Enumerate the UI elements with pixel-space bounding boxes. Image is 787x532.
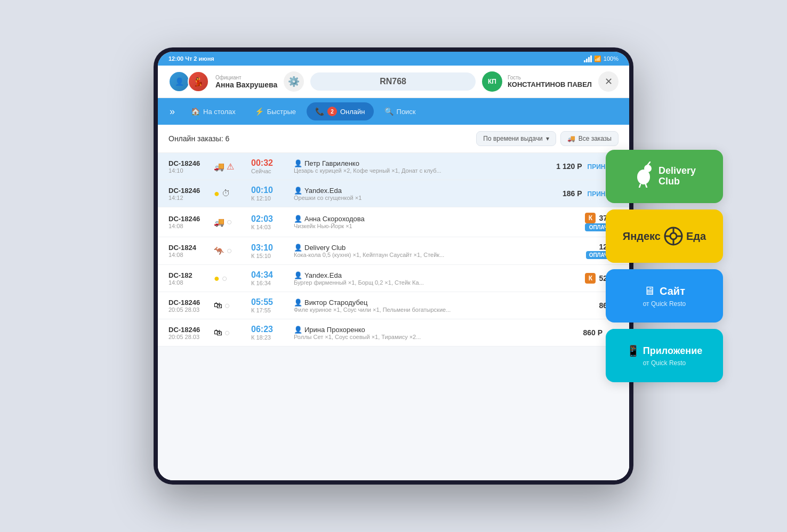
countdown: 05:55 xyxy=(251,297,288,307)
bag-icon: 🛍 xyxy=(214,301,222,310)
online-badge: 2 xyxy=(327,107,337,116)
k-badge: К xyxy=(585,213,596,223)
battery-label: 100% xyxy=(604,55,619,62)
table-row[interactable]: DC-1824 14:08 🦘 ○ 03:10 К 15:10 xyxy=(158,237,629,265)
alert-icon: ⚠ xyxy=(227,162,234,172)
ostrich-icon xyxy=(633,161,654,192)
k-badge: К xyxy=(585,273,596,284)
app-card[interactable]: 📱 Приложение от Quick Resto xyxy=(606,329,723,382)
status-right: 📶 100% xyxy=(584,55,619,62)
tab-search-label: Поиск xyxy=(397,108,416,116)
customer-col: 👤 Delivery Club Кока-кола 0,5 (кухня) ×1… xyxy=(294,244,581,258)
table-row[interactable]: DC-18246 20:05 28.03 🛍 ○ 05:55 К 17:55 xyxy=(158,292,629,319)
avatar-secondary: 👤 xyxy=(168,71,190,92)
customer-name: 👤 Петр Гавриленко xyxy=(294,159,551,167)
order-id-col: DC-1824 14:08 xyxy=(168,244,208,258)
countdown: 00:10 xyxy=(251,186,288,195)
countdown-col: 00:32 Сейчас xyxy=(251,158,288,174)
status-time: 12:00 Чт 2 июня xyxy=(168,55,214,62)
order-id: DC-1824 xyxy=(168,244,208,252)
dc-logo: DeliveryClub xyxy=(633,161,696,192)
table-row[interactable]: DC-18246 14:08 🚚 ○ 02:03 К 14:03 xyxy=(158,207,629,237)
guest-info: Гость КОНСТАНТИНОВ ПАВЕЛ xyxy=(508,75,592,88)
nav-tabs: » 🏠 На столах ⚡ Быстрые 📞 2 Онлайн 🔍 Пои… xyxy=(158,98,629,125)
app-subtitle: от Quick Resto xyxy=(643,359,686,367)
settings-button[interactable]: ⚙️ xyxy=(284,71,304,92)
tab-search[interactable]: 🔍 Поиск xyxy=(376,103,424,120)
orders-list: DC-18246 14:10 🚚 ⚠ 00:32 Сейчас xyxy=(158,153,629,480)
table-row[interactable]: DC-182 14:08 ● ○ 04:34 К 16:34 xyxy=(158,265,629,292)
app-title: Приложение xyxy=(643,345,702,357)
customer-name: 👤 Yandex.Eda xyxy=(294,187,557,195)
search-icon: 🔍 xyxy=(384,107,394,116)
bag-icon: 🛍 xyxy=(214,328,222,337)
order-items-text: Филе куриное ×1, Соус чили ×1, Пельмени … xyxy=(294,307,593,313)
person-icon: 👤 xyxy=(294,271,302,279)
tab-online[interactable]: 📞 2 Онлайн xyxy=(307,102,374,120)
table-row[interactable]: DC-18246 14:12 ● ⏱ 00:10 К 12:10 xyxy=(158,180,629,207)
order-id-badge[interactable]: RN768 xyxy=(310,72,476,91)
svg-line-2 xyxy=(648,162,650,165)
order-id-col: DC-18246 14:12 xyxy=(168,187,208,201)
filter-time-button[interactable]: По времени выдачи ▾ xyxy=(476,131,556,146)
guest-badge: КП Гость КОНСТАНТИНОВ ПАВЕЛ xyxy=(482,71,592,92)
yandex-text: Яндекс xyxy=(623,230,661,243)
order-items-text: Кока-кола 0,5 (кухня) ×1, Кейптаун Сауса… xyxy=(294,252,581,258)
order-id-col: DC-18246 20:05 28.03 xyxy=(168,299,208,313)
avatar-group: 👤 💃 xyxy=(168,71,209,92)
tab-fast-label: Быстрые xyxy=(267,108,296,116)
order-amount: 860 Р xyxy=(583,328,603,337)
side-panel: DeliveryClub Яндекс Еда xyxy=(606,150,723,382)
wifi-icon: 📶 xyxy=(594,55,601,62)
filter-all-button[interactable]: 🚚 Все заказы xyxy=(560,131,619,146)
svg-point-1 xyxy=(644,165,652,172)
waiter-label: Официант xyxy=(215,75,277,80)
customer-col: 👤 Петр Гавриленко Цезарь с курицей ×2, К… xyxy=(294,159,551,174)
order-amount: 1 120 Р xyxy=(556,162,582,171)
order-items-text: Цезарь с курицей ×2, Кофе черный ×1, Дон… xyxy=(294,167,551,174)
person-icon: 👤 xyxy=(294,187,302,195)
phone-icon: 📱 xyxy=(627,344,640,357)
main-content: Онлайн заказы: 6 По времени выдачи ▾ 🚚 В… xyxy=(158,125,629,480)
countdown-col: 05:55 К 17:55 xyxy=(251,297,288,313)
forward-button[interactable]: » xyxy=(164,103,180,120)
filter-time-label: По времени выдачи xyxy=(483,135,542,142)
countdown: 00:32 xyxy=(251,158,288,168)
order-icons: ● ○ xyxy=(214,273,246,284)
site-card[interactable]: 🖥 Сайт от Quick Resto xyxy=(606,269,723,323)
yandex-eda-card[interactable]: Яндекс Еда xyxy=(606,209,723,263)
person-icon: 👤 xyxy=(294,299,302,307)
close-button[interactable]: ✕ xyxy=(598,71,619,92)
avatar-primary: 💃 xyxy=(188,71,209,92)
countdown: 06:23 xyxy=(251,325,288,334)
order-amount: 186 Р xyxy=(563,189,582,198)
order-icons: 🚚 ○ xyxy=(214,216,246,228)
customer-col: 👤 Анна Скороходова Чизкейк Нью-Йорк ×1 xyxy=(294,215,580,229)
amount-col: 860 Р xyxy=(583,328,603,337)
tab-tables[interactable]: 🏠 На столах xyxy=(182,103,244,120)
order-items-text: Чизкейк Нью-Йорк ×1 xyxy=(294,223,580,229)
customer-name: 👤 Анна Скороходова xyxy=(294,215,580,223)
table-row[interactable]: DC-18246 20:05 28.03 🛍 ○ 06:23 К 18:23 xyxy=(158,319,629,346)
table-row[interactable]: DC-18246 14:10 🚚 ⚠ 00:32 Сейчас xyxy=(158,153,629,180)
countdown-col: 06:23 К 18:23 xyxy=(251,325,288,341)
countdown-col: 04:34 К 16:34 xyxy=(251,270,288,286)
person-icon: 👤 xyxy=(294,244,302,252)
chevron-down-icon: ▾ xyxy=(546,135,549,142)
countdown-col: 02:03 К 14:03 xyxy=(251,214,288,230)
ipad-screen: 12:00 Чт 2 июня 📶 100% 👤 💃 xyxy=(158,52,629,480)
order-id-col: DC-18246 14:10 xyxy=(168,159,208,174)
delivery-club-card[interactable]: DeliveryClub xyxy=(606,150,723,203)
guest-avatar: КП xyxy=(482,71,502,92)
filter-all-label: Все заказы xyxy=(579,135,612,142)
waiter-info: Официант Анна Вахрушева xyxy=(215,75,277,89)
eda-text: Еда xyxy=(686,230,706,243)
amount-col: 1 120 Р xyxy=(556,162,582,171)
delivery-icon: 🚚 xyxy=(214,217,224,227)
order-id: DC-18246 xyxy=(168,215,208,223)
header: 👤 💃 Официант Анна Вахрушева ⚙️ RN768 КП … xyxy=(158,66,629,98)
tab-fast[interactable]: ⚡ Быстрые xyxy=(246,103,304,120)
order-id: DC-18246 xyxy=(168,326,208,334)
delivery-icon: 🚚 xyxy=(214,162,224,172)
site-icon-row: 🖥 Сайт xyxy=(644,284,685,298)
